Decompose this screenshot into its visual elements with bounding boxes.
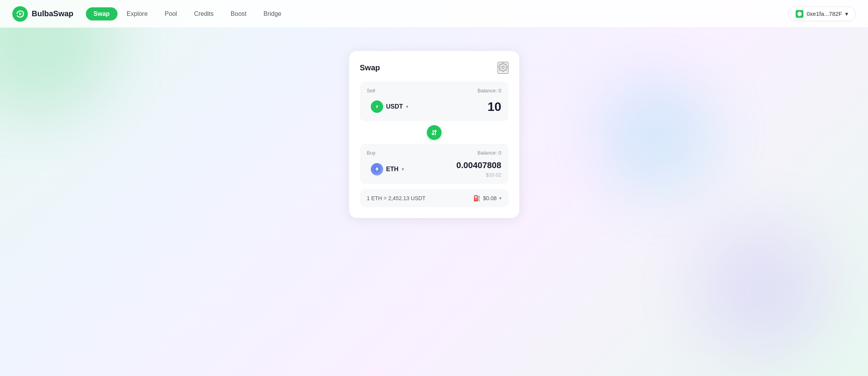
nav-item-boost[interactable]: Boost (223, 7, 254, 20)
swap-card-title: Swap (360, 63, 380, 72)
main-content: Swap Sell Balance: 0 (0, 28, 868, 376)
sell-token-name: USDT (386, 103, 403, 110)
sell-token-row: ₮ USDT ▾ 10 (367, 98, 501, 115)
buy-box-header: Buy Balance: 0 (367, 150, 501, 156)
buy-balance: Balance: 0 (477, 150, 501, 156)
sell-amount[interactable]: 10 (488, 100, 501, 114)
sell-box: Sell Balance: 0 ₮ USDT ▾ (360, 82, 508, 121)
logo-text: BulbaSwap (32, 9, 73, 18)
swap-direction-button[interactable] (427, 125, 442, 140)
wallet-button[interactable]: 0xe1fa...782F ▾ (788, 7, 856, 21)
logo-icon (12, 6, 28, 22)
gear-icon (498, 63, 508, 72)
sell-balance: Balance: 0 (477, 88, 501, 94)
buy-usd-value: $10.02 (456, 172, 501, 178)
sell-token-chevron-icon: ▾ (406, 104, 408, 109)
gas-pump-icon: ⛽ (473, 195, 481, 202)
buy-box: Buy Balance: 0 (360, 144, 508, 184)
swap-arrows-icon (430, 129, 438, 136)
svg-point-1 (502, 66, 504, 68)
rate-bar: 1 ETH = 2,452.13 USDT ⛽ $0.08 ▾ (360, 189, 508, 207)
swap-card: Swap Sell Balance: 0 (349, 51, 519, 218)
nav-item-pool[interactable]: Pool (157, 7, 185, 20)
wallet-icon (796, 10, 803, 18)
gas-cost: $0.08 (483, 195, 496, 201)
buy-token-row: ETH ▾ 0.00407808 $10.02 (367, 160, 501, 178)
exchange-rate-text: 1 ETH = 2,452.13 USDT (367, 195, 426, 201)
sell-box-header: Sell Balance: 0 (367, 88, 501, 94)
settings-button[interactable] (498, 62, 508, 74)
buy-label: Buy (367, 150, 375, 156)
wallet-chevron-icon: ▾ (845, 10, 848, 17)
swap-direction-area (360, 125, 508, 140)
eth-logo (371, 163, 383, 175)
buy-token-selector[interactable]: ETH ▾ (367, 161, 408, 178)
buy-amount-area: 0.00407808 $10.02 (456, 160, 501, 178)
buy-token-name: ETH (386, 166, 399, 173)
nav-item-credits[interactable]: Credits (186, 7, 222, 20)
svg-text:₮: ₮ (376, 105, 379, 109)
buy-token-chevron-icon: ▾ (402, 167, 404, 172)
nav-item-swap[interactable]: Swap (86, 7, 118, 20)
gas-area[interactable]: ⛽ $0.08 ▾ (473, 195, 501, 202)
sell-token-selector[interactable]: ₮ USDT ▾ (367, 98, 413, 115)
usdt-logo: ₮ (371, 100, 383, 113)
wallet-address: 0xe1fa...782F (807, 10, 842, 17)
sell-label: Sell (367, 88, 375, 94)
nav-item-explore[interactable]: Explore (119, 7, 155, 20)
logo-area: BulbaSwap (12, 6, 73, 22)
nav-links: Swap Explore Pool Credits Boost Bridge (86, 7, 788, 20)
gas-chevron-icon: ▾ (499, 196, 501, 201)
buy-amount[interactable]: 0.00407808 (456, 160, 501, 170)
swap-card-header: Swap (360, 62, 508, 74)
nav-item-bridge[interactable]: Bridge (256, 7, 289, 20)
navbar: BulbaSwap Swap Explore Pool Credits Boos… (0, 0, 868, 28)
